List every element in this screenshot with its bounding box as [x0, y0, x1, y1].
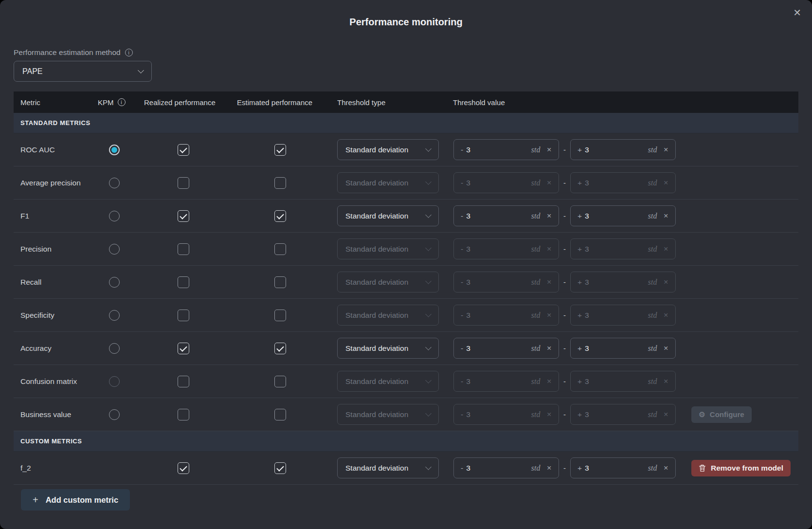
lower-sign: -: [461, 311, 463, 320]
estimated-performance-checkbox[interactable]: [274, 243, 286, 255]
threshold-type-select[interactable]: Standard deviation: [337, 272, 439, 292]
threshold-upper-input[interactable]: + 3 std ✕: [570, 272, 676, 292]
clear-icon[interactable]: ✕: [664, 464, 668, 472]
clear-icon[interactable]: ✕: [664, 179, 668, 186]
modal-content: Performance estimation method i PAPE Met…: [0, 48, 812, 511]
clear-icon[interactable]: ✕: [547, 378, 552, 385]
realized-performance-checkbox[interactable]: [178, 243, 189, 255]
chevron-down-icon: [425, 311, 432, 317]
threshold-upper-input[interactable]: + 3 std ✕: [570, 371, 676, 392]
threshold-type-select[interactable]: Standard deviation: [337, 139, 439, 160]
threshold-type-select[interactable]: Standard deviation: [337, 305, 439, 326]
clear-icon[interactable]: ✕: [664, 278, 668, 286]
clear-icon[interactable]: ✕: [547, 212, 552, 219]
estimated-performance-checkbox[interactable]: [274, 177, 286, 189]
estimation-method-field: Performance estimation method i: [14, 48, 798, 57]
threshold-lower-input[interactable]: - 3 std ✕: [453, 338, 559, 359]
clear-icon[interactable]: ✕: [664, 212, 668, 219]
kpm-radio[interactable]: [109, 376, 120, 387]
threshold-upper-input[interactable]: + 3 std ✕: [570, 139, 676, 160]
clear-icon[interactable]: ✕: [664, 146, 668, 153]
kpm-radio[interactable]: [109, 145, 120, 155]
lower-sign: -: [461, 212, 463, 220]
threshold-type-select[interactable]: Standard deviation: [337, 238, 439, 259]
threshold-lower-input[interactable]: - 3 std ✕: [453, 205, 559, 226]
estimated-performance-checkbox[interactable]: [274, 310, 286, 321]
threshold-lower-input[interactable]: - 3 std ✕: [453, 404, 559, 425]
threshold-type-select[interactable]: Standard deviation: [337, 172, 439, 193]
estimated-performance-checkbox[interactable]: [274, 276, 286, 288]
lower-sign: -: [461, 146, 463, 154]
estimated-performance-checkbox[interactable]: [274, 462, 286, 474]
threshold-type-select[interactable]: Standard deviation: [337, 371, 439, 392]
threshold-lower-input[interactable]: - 3 std ✕: [453, 172, 559, 193]
realized-performance-checkbox[interactable]: [178, 177, 189, 189]
estimated-performance-checkbox[interactable]: [274, 144, 286, 156]
std-unit-label: std: [648, 146, 657, 154]
kpm-radio[interactable]: [109, 310, 120, 321]
threshold-type-select[interactable]: Standard deviation: [337, 457, 439, 478]
threshold-lower-input[interactable]: - 3 std ✕: [453, 272, 559, 292]
threshold-upper-input[interactable]: + 3 std ✕: [570, 305, 676, 326]
kpm-radio[interactable]: [109, 211, 120, 221]
lower-value: 3: [466, 464, 470, 473]
clear-icon[interactable]: ✕: [547, 245, 552, 253]
clear-icon[interactable]: ✕: [547, 464, 552, 472]
close-icon[interactable]: ✕: [793, 8, 801, 18]
threshold-type-select[interactable]: Standard deviation: [337, 404, 439, 425]
kpm-radio[interactable]: [109, 244, 120, 255]
estimated-performance-checkbox[interactable]: [274, 409, 286, 420]
kpm-radio[interactable]: [109, 277, 120, 288]
threshold-upper-input[interactable]: + 3 std ✕: [570, 172, 676, 193]
threshold-type-select[interactable]: Standard deviation: [337, 338, 439, 359]
configure-button[interactable]: ⚙ Configure: [691, 406, 752, 423]
threshold-type-value: Standard deviation: [345, 311, 408, 320]
threshold-upper-input[interactable]: + 3 std ✕: [570, 205, 676, 226]
remove-from-model-button[interactable]: Remove from model: [691, 460, 791, 476]
threshold-lower-input[interactable]: - 3 std ✕: [453, 305, 559, 326]
lower-sign: -: [461, 179, 463, 187]
kpm-radio[interactable]: [109, 409, 120, 420]
clear-icon[interactable]: ✕: [547, 345, 552, 352]
clear-icon[interactable]: ✕: [664, 245, 668, 253]
add-custom-metric-button[interactable]: + Add custom metric: [21, 489, 130, 511]
threshold-lower-input[interactable]: - 3 std ✕: [453, 457, 559, 478]
threshold-upper-input[interactable]: + 3 std ✕: [570, 404, 676, 425]
threshold-upper-input[interactable]: + 3 std ✕: [570, 338, 676, 359]
clear-icon[interactable]: ✕: [547, 179, 552, 186]
clear-icon[interactable]: ✕: [664, 411, 668, 418]
realized-performance-checkbox[interactable]: [178, 276, 189, 288]
kpm-radio[interactable]: [109, 343, 120, 354]
threshold-lower-input[interactable]: - 3 std ✕: [453, 371, 559, 392]
realized-performance-checkbox[interactable]: [178, 409, 189, 420]
clear-icon[interactable]: ✕: [547, 411, 552, 418]
clear-icon[interactable]: ✕: [547, 311, 552, 319]
realized-performance-checkbox[interactable]: [178, 144, 189, 156]
clear-icon[interactable]: ✕: [664, 311, 668, 319]
info-icon[interactable]: i: [125, 49, 133, 56]
threshold-lower-input[interactable]: - 3 std ✕: [453, 238, 559, 259]
threshold-upper-input[interactable]: + 3 std ✕: [570, 457, 676, 478]
kpm-radio[interactable]: [109, 178, 120, 188]
estimated-performance-checkbox[interactable]: [274, 210, 286, 222]
estimation-method-select[interactable]: PAPE: [14, 61, 152, 82]
clear-icon[interactable]: ✕: [547, 146, 552, 153]
realized-performance-checkbox[interactable]: [178, 376, 189, 387]
clear-icon[interactable]: ✕: [547, 278, 552, 286]
value-separator: -: [563, 311, 566, 319]
realized-performance-checkbox[interactable]: [178, 343, 189, 354]
realized-performance-checkbox[interactable]: [178, 210, 189, 222]
upper-sign: +: [577, 245, 582, 254]
realized-performance-checkbox[interactable]: [178, 310, 189, 321]
threshold-type-select[interactable]: Standard deviation: [337, 205, 439, 226]
estimated-performance-checkbox[interactable]: [274, 343, 286, 354]
upper-value: 3: [585, 410, 589, 419]
threshold-lower-input[interactable]: - 3 std ✕: [453, 139, 559, 160]
chevron-down-icon: [425, 410, 432, 417]
threshold-upper-input[interactable]: + 3 std ✕: [570, 238, 676, 259]
estimated-performance-checkbox[interactable]: [274, 376, 286, 387]
realized-performance-checkbox[interactable]: [178, 462, 189, 474]
clear-icon[interactable]: ✕: [664, 345, 668, 352]
info-icon[interactable]: i: [118, 98, 126, 106]
clear-icon[interactable]: ✕: [664, 378, 668, 385]
